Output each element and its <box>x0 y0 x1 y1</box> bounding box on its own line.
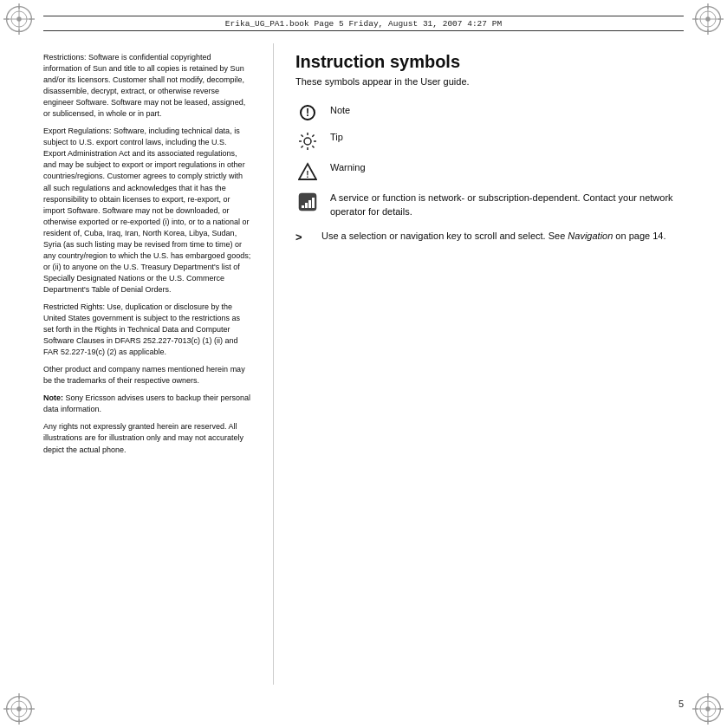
symbol-item-navigation: > Use a selection or navigation key to s… <box>295 230 692 244</box>
svg-point-31 <box>705 706 710 711</box>
page: Erika_UG_PA1.book Page 5 Friday, August … <box>0 0 727 728</box>
network-icon <box>298 192 317 211</box>
restrictions-paragraph: Restrictions: Software is confidential c… <box>43 52 251 120</box>
symbol-item-network: A service or function is network- or sub… <box>295 192 692 219</box>
note-text: Sony Ericsson advises users to backup th… <box>43 393 250 413</box>
export-regulations-paragraph: Export Regulations: Software, including … <box>43 126 251 296</box>
corner-decoration-tr <box>692 3 724 35</box>
rights-paragraph: Any rights not expressly granted herein … <box>43 421 251 455</box>
network-icon-container <box>295 192 320 211</box>
svg-line-43 <box>312 135 314 137</box>
restricted-rights-paragraph: Restricted Rights: Use, duplication or d… <box>43 302 251 358</box>
tip-label: Tip <box>330 131 692 145</box>
corner-decoration-tl <box>3 3 35 35</box>
section-subtitle: These symbols appear in the User guide. <box>295 75 692 88</box>
note-bold-label: Note: <box>43 393 63 402</box>
tip-icon <box>298 132 317 151</box>
header-text: Erika_UG_PA1.book Page 5 Friday, August … <box>225 19 502 29</box>
note-icon-container: ! <box>295 104 320 120</box>
network-label: A service or function is network- or sub… <box>330 192 692 219</box>
corner-decoration-br <box>692 693 724 725</box>
note-label: Note <box>330 104 692 118</box>
svg-text:!: ! <box>306 170 308 179</box>
left-column: Restrictions: Software is confidential c… <box>0 43 269 685</box>
symbol-item-tip: Tip <box>295 131 692 151</box>
corner-decoration-bl <box>3 693 35 725</box>
navigation-italic: Navigation <box>568 231 613 241</box>
svg-line-41 <box>302 135 303 137</box>
warning-label: Warning <box>330 161 692 175</box>
header-bar: Erika_UG_PA1.book Page 5 Friday, August … <box>43 16 684 31</box>
tip-icon-container <box>295 131 320 151</box>
note-icon: ! <box>300 105 315 120</box>
svg-line-42 <box>312 146 314 148</box>
warning-icon: ! <box>298 162 317 181</box>
svg-point-36 <box>304 138 311 145</box>
svg-rect-48 <box>302 205 304 208</box>
svg-rect-51 <box>312 198 315 208</box>
svg-point-22 <box>16 706 21 711</box>
right-column: Instruction symbols These symbols appear… <box>278 43 727 685</box>
svg-rect-49 <box>305 203 308 208</box>
svg-point-4 <box>16 16 21 21</box>
note-paragraph: Note: Sony Ericsson advises users to bac… <box>43 393 251 415</box>
column-divider <box>273 43 274 685</box>
svg-point-13 <box>705 16 710 21</box>
svg-rect-50 <box>308 200 311 208</box>
navigation-label: Use a selection or navigation key to scr… <box>321 230 692 244</box>
content-area: Restrictions: Software is confidential c… <box>0 43 727 685</box>
symbol-item-warning: ! Warning <box>295 161 692 181</box>
navigation-arrow-icon: > <box>295 230 311 244</box>
warning-icon-container: ! <box>295 161 320 181</box>
svg-line-44 <box>302 146 303 148</box>
symbol-item-note: ! Note <box>295 104 692 120</box>
page-number: 5 <box>678 699 684 709</box>
section-title: Instruction symbols <box>295 52 692 72</box>
trademarks-paragraph: Other product and company names mentione… <box>43 364 251 387</box>
symbol-list: ! Note <box>295 104 692 244</box>
